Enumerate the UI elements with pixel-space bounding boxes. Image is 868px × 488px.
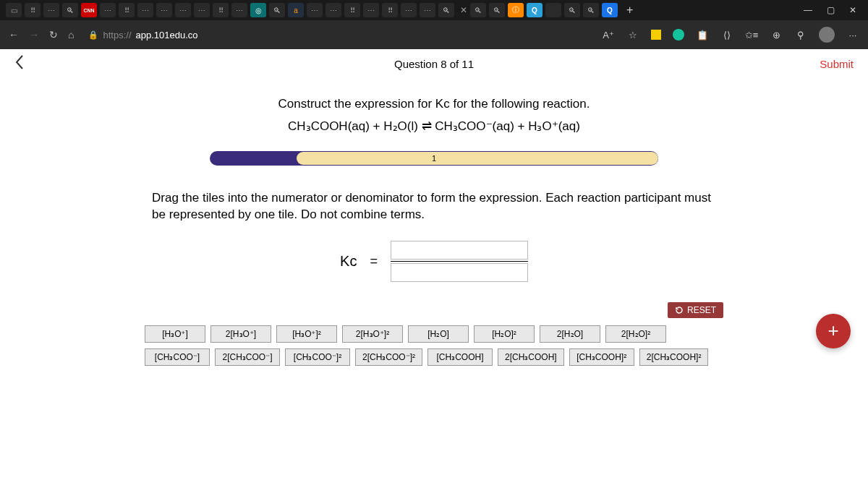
- fab-add-button[interactable]: +: [816, 314, 851, 348]
- url-host: app.101edu.co: [136, 30, 198, 40]
- window-maximize-button[interactable]: ▢: [827, 5, 835, 15]
- tab-close-icon[interactable]: ✕: [460, 5, 467, 15]
- extension-icon[interactable]: [651, 30, 661, 40]
- window-minimize-button[interactable]: —: [804, 5, 812, 15]
- tile[interactable]: [CH₃COO⁻]: [145, 348, 210, 366]
- tile[interactable]: [CH₃COOH]: [427, 348, 493, 366]
- tab-icon[interactable]: ⋯: [100, 3, 116, 17]
- nav-refresh-button[interactable]: ↻: [49, 29, 58, 40]
- page-body: Construct the expression for Kc for the …: [0, 78, 868, 366]
- search-icon[interactable]: 🔍︎: [470, 3, 486, 17]
- tile[interactable]: [H₂O]: [408, 325, 469, 343]
- tab-cnn[interactable]: CNN: [81, 3, 97, 17]
- tile[interactable]: [CH₃COOH]²: [569, 348, 634, 366]
- tab-icon[interactable]: Q: [602, 3, 618, 17]
- content-back-button[interactable]: [14, 54, 25, 73]
- search-icon[interactable]: 🔍︎: [62, 3, 78, 17]
- nav-forward-button[interactable]: →: [29, 29, 39, 40]
- window-close-button[interactable]: ✕: [849, 5, 856, 15]
- search-icon[interactable]: 🔍︎: [438, 3, 454, 17]
- tab-icon[interactable]: ⋯: [231, 3, 247, 17]
- browser-addressbar: ← → ↻ ⌂ 🔒 https://app.101edu.co A⁺ ☆ 📋 ⟨…: [0, 20, 868, 49]
- new-tab-button[interactable]: +: [626, 4, 633, 17]
- nav-back-button[interactable]: ←: [9, 29, 19, 40]
- collections-icon[interactable]: ⊕: [770, 28, 783, 41]
- reaction-equation: CH₃COOH(aq) + H₂O(l) ⇌ CH₃COO⁻(aq) + H₃O…: [152, 119, 716, 134]
- search-icon[interactable]: 🔍︎: [564, 3, 580, 17]
- grammarly-icon[interactable]: [673, 29, 684, 40]
- search-icon[interactable]: 🔍︎: [489, 3, 505, 17]
- tab-icon[interactable]: ⠿: [25, 3, 41, 17]
- tile[interactable]: [CH₃COO⁻]²: [285, 348, 350, 366]
- kc-expression: Kc =: [152, 241, 716, 282]
- tile[interactable]: 2[CH₃COOH]: [498, 348, 564, 366]
- tile[interactable]: 2[H₃O⁺]: [210, 325, 271, 343]
- content-header: Question 8 of 11 Submit: [0, 49, 868, 78]
- browser-tabbar: ▭ ⠿ ⋯ 🔍︎ CNN ⋯ ⠿ ⋯ ⋯ ⋯ ⋯ ⠿ ⋯ ◎ 🔍︎ a ⋯ ⋯ …: [0, 0, 868, 20]
- tab-icon[interactable]: ⋯: [363, 3, 379, 17]
- tab-icon[interactable]: ⋯: [401, 3, 417, 17]
- submit-button[interactable]: Submit: [820, 58, 854, 70]
- tab-icon[interactable]: ⋯: [137, 3, 153, 17]
- tab-icon[interactable]: ⋯: [420, 3, 435, 17]
- tab-icon[interactable]: ⋯: [175, 3, 191, 17]
- tile[interactable]: 2[H₃O⁺]²: [342, 325, 403, 343]
- progress-label: 1: [210, 151, 658, 166]
- tile[interactable]: [H₂O]²: [474, 325, 535, 343]
- denominator-dropzone[interactable]: [391, 263, 528, 282]
- lock-icon: 🔒: [88, 30, 98, 40]
- reader-icon[interactable]: A⁺: [602, 28, 615, 41]
- reset-button[interactable]: RESET: [668, 302, 723, 318]
- tab-icon[interactable]: ◎: [250, 3, 266, 17]
- tile[interactable]: 2[H₂O]²: [605, 325, 666, 343]
- favorites-bar-icon[interactable]: ✩≡: [745, 28, 758, 41]
- tab-icon[interactable]: ⠿: [119, 3, 135, 17]
- tab-icon[interactable]: ⋯: [43, 3, 59, 17]
- extensions-icon[interactable]: ⟨⟩: [720, 28, 733, 41]
- tab-icon[interactable]: ⠿: [344, 3, 360, 17]
- kc-label: Kc: [340, 253, 357, 270]
- tile[interactable]: 2[CH₃COO⁻]: [215, 348, 280, 366]
- favorite-icon[interactable]: ☆: [626, 28, 639, 41]
- tile[interactable]: 2[H₂O]: [540, 325, 600, 343]
- profile-avatar[interactable]: [819, 27, 835, 43]
- tab-icon[interactable]: Q: [527, 3, 542, 17]
- tab-icon[interactable]: ⋯: [194, 3, 210, 17]
- progress-bar: 1: [210, 151, 658, 166]
- numerator-dropzone[interactable]: [391, 241, 528, 260]
- addressbar-right: A⁺ ☆ 📋 ⟨⟩ ✩≡ ⊕ ⚲ ···: [602, 27, 859, 43]
- share-icon[interactable]: ⚲: [794, 28, 807, 41]
- tab-icon[interactable]: ▭: [6, 3, 22, 17]
- tile[interactable]: [H₃O⁺]: [145, 325, 205, 343]
- tiles-block: RESET [H₃O⁺] 2[H₃O⁺] [H₃O⁺]² 2[H₃O⁺]² [H…: [145, 325, 723, 366]
- tab-icon[interactable]: [545, 3, 561, 17]
- tab-icon[interactable]: ⋯: [307, 3, 323, 17]
- question-counter: Question 8 of 11: [394, 58, 474, 70]
- tile[interactable]: [H₃O⁺]²: [276, 325, 337, 343]
- equals-sign: =: [370, 254, 378, 269]
- tile[interactable]: 2[CH₃COO⁻]²: [355, 348, 422, 366]
- url-field[interactable]: 🔒 https://app.101edu.co: [88, 30, 197, 40]
- tiles-row-2: [CH₃COO⁻] 2[CH₃COO⁻] [CH₃COO⁻]² 2[CH₃COO…: [145, 348, 723, 366]
- search-icon[interactable]: 🔍︎: [269, 3, 285, 17]
- nav-home-button[interactable]: ⌂: [68, 29, 74, 40]
- more-menu-icon[interactable]: ···: [846, 28, 859, 41]
- prompt-text: Construct the expression for Kc for the …: [152, 97, 716, 111]
- url-scheme: https://: [103, 30, 131, 40]
- fraction-line: [391, 261, 528, 262]
- instructions-text: Drag the tiles into the numerator or den…: [152, 190, 716, 223]
- tile[interactable]: 2[CH₃COOH]²: [639, 348, 709, 366]
- reset-label: RESET: [687, 305, 716, 315]
- tab-amazon[interactable]: a: [288, 3, 304, 17]
- tab-icon[interactable]: ⠿: [382, 3, 398, 17]
- search-icon[interactable]: 🔍︎: [583, 3, 599, 17]
- extension-icon[interactable]: 📋: [696, 28, 709, 41]
- tiles-row-1: [H₃O⁺] 2[H₃O⁺] [H₃O⁺]² 2[H₃O⁺]² [H₂O] [H…: [145, 325, 723, 343]
- tab-icon[interactable]: ⋯: [326, 3, 341, 17]
- tab-icon[interactable]: ⓘ: [508, 3, 524, 17]
- tab-icon[interactable]: ⋯: [156, 3, 172, 17]
- tab-icon[interactable]: ⠿: [213, 3, 229, 17]
